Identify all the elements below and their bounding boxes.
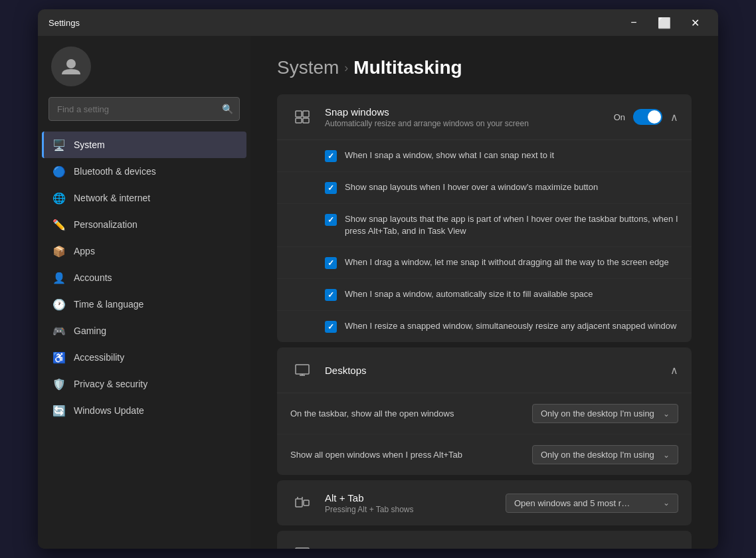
breadcrumb: System › Multitasking: [277, 57, 692, 78]
svg-rect-10: [296, 548, 309, 549]
sidebar-item-bluetooth[interactable]: 🔵 Bluetooth & devices: [42, 158, 246, 185]
checkbox-snap3[interactable]: [325, 214, 337, 226]
minimize-button[interactable]: −: [618, 12, 649, 33]
taskbar-show-dropdown[interactable]: Only on the desktop I'm using ⌄: [532, 404, 678, 423]
svg-point-0: [66, 59, 76, 68]
checkbox-row-snap3: Show snap layouts that the app is part o…: [277, 204, 692, 247]
alt-tab-dropdown-value: Open windows and 5 most recent tabs in M: [514, 498, 634, 508]
alt-tab-windows-dropdown[interactable]: Only on the desktop I'm using ⌄: [532, 445, 678, 464]
checkbox-snap1[interactable]: [325, 150, 337, 162]
title-bar-controls: − ⬜ ✕: [618, 12, 710, 33]
sidebar-item-accounts[interactable]: 👤 Accounts: [42, 264, 246, 291]
taskbar-show-label: On the taskbar, show all the open window…: [290, 409, 532, 418]
desktops-icon: [290, 358, 314, 382]
alt-tab-windows-chevron: ⌄: [663, 450, 670, 460]
snap-windows-controls: On ∧: [614, 109, 678, 125]
alt-tab-windows-row: Show all open windows when I press Alt+T…: [277, 434, 692, 475]
sidebar-item-system[interactable]: 🖥️ System: [42, 132, 246, 158]
snap-chevron-icon: ∧: [670, 111, 678, 124]
desktops-title: Desktops: [325, 365, 670, 376]
snap-toggle[interactable]: [633, 109, 662, 125]
checkbox-label-snap2: Show snap layouts when I hover over a wi…: [345, 181, 598, 193]
sidebar-item-gaming[interactable]: 🎮 Gaming: [42, 318, 246, 344]
alt-tab-windows-value: Only on the desktop I'm using: [541, 450, 654, 460]
svg-rect-1: [296, 111, 302, 117]
nav-label-windows-update: Windows Update: [74, 405, 144, 416]
desktops-header[interactable]: Desktops ∧: [277, 347, 692, 393]
nav-label-network: Network & internet: [74, 193, 150, 203]
sidebar-item-personalization[interactable]: ✏️ Personalization: [42, 211, 246, 238]
title-bar-shake-icon: [290, 541, 314, 549]
svg-rect-8: [296, 499, 302, 507]
alt-tab-title: Alt + Tab: [325, 492, 506, 504]
checkbox-row-snap5: When I snap a window, automatically size…: [277, 279, 692, 311]
nav-label-privacy: Privacy & security: [74, 379, 147, 389]
sidebar-item-windows-update[interactable]: 🔄 Windows Update: [42, 397, 246, 424]
sidebar-item-privacy[interactable]: 🛡️ Privacy & security: [42, 371, 246, 397]
checkbox-label-snap1: When I snap a window, show what I can sn…: [345, 149, 554, 161]
maximize-button[interactable]: ⬜: [649, 12, 680, 33]
content-area: 🔍 🖥️ System 🔵 Bluetooth & devices 🌐 Netw…: [38, 36, 718, 549]
nav-icon-gaming: 🎮: [52, 324, 66, 337]
taskbar-show-value: Only on the desktop I'm using: [541, 409, 654, 418]
search-input[interactable]: [48, 97, 240, 121]
desktops-body: On the taskbar, show all the open window…: [277, 393, 692, 475]
desktops-controls: ∧: [670, 364, 678, 377]
nav-icon-bluetooth: 🔵: [52, 165, 66, 178]
taskbar-show-row: On the taskbar, show all the open window…: [277, 393, 692, 434]
checkbox-label-snap4: When I drag a window, let me snap it wit…: [345, 256, 669, 268]
breadcrumb-parent: System: [277, 57, 339, 78]
alt-tab-dropdown[interactable]: Open windows and 5 most recent tabs in M…: [506, 494, 678, 513]
sidebar-item-accessibility[interactable]: ♿ Accessibility: [42, 344, 246, 371]
sidebar: 🔍 🖥️ System 🔵 Bluetooth & devices 🌐 Netw…: [38, 36, 250, 549]
desktops-text: Desktops: [325, 365, 670, 376]
settings-window: Settings − ⬜ ✕ 🔍 🖥️ Syste: [38, 9, 718, 549]
checkbox-snap6[interactable]: [325, 321, 337, 333]
checkbox-snap4[interactable]: [325, 257, 337, 269]
alt-tab-dropdown-chevron: ⌄: [663, 498, 670, 508]
title-bar-shake-card: Title bar window shake: [277, 531, 692, 549]
breadcrumb-current: Multitasking: [353, 57, 462, 78]
snap-windows-header[interactable]: Snap windows Automatically resize and ar…: [277, 94, 692, 140]
nav-icon-personalization: ✏️: [52, 218, 66, 231]
sidebar-item-time[interactable]: 🕐 Time & language: [42, 291, 246, 318]
checkbox-row-snap6: When I resize a snapped window, simultan…: [277, 311, 692, 342]
sidebar-item-apps[interactable]: 📦 Apps: [42, 238, 246, 264]
alt-tab-row: Alt + Tab Pressing Alt + Tab shows Open …: [277, 480, 692, 525]
breadcrumb-separator: ›: [344, 61, 348, 75]
snap-windows-text: Snap windows Automatically resize and ar…: [325, 106, 614, 128]
nav-icon-system: 🖥️: [52, 138, 66, 151]
nav-icon-time: 🕐: [52, 298, 66, 311]
close-button[interactable]: ✕: [680, 12, 710, 33]
sidebar-item-network[interactable]: 🌐 Network & internet: [42, 185, 246, 211]
nav-label-personalization: Personalization: [74, 219, 138, 230]
search-box: 🔍: [48, 97, 240, 121]
nav-label-gaming: Gaming: [74, 326, 106, 336]
alt-tab-icon: [290, 491, 314, 515]
svg-rect-3: [296, 118, 302, 123]
snap-windows-card: Snap windows Automatically resize and ar…: [277, 94, 692, 342]
nav-icon-apps: 📦: [52, 244, 66, 258]
nav-label-time: Time & language: [74, 299, 143, 310]
snap-windows-icon: [290, 105, 314, 129]
alt-tab-windows-label: Show all open windows when I press Alt+T…: [290, 450, 532, 460]
nav-label-accessibility: Accessibility: [74, 352, 124, 363]
taskbar-dropdown-chevron: ⌄: [663, 409, 670, 418]
nav-label-bluetooth: Bluetooth & devices: [74, 166, 156, 177]
checkbox-snap2[interactable]: [325, 182, 337, 194]
search-icon: 🔍: [222, 104, 233, 114]
snap-windows-body: When I snap a window, show what I can sn…: [277, 140, 692, 342]
main-content: System › Multitasking: [250, 36, 718, 549]
title-bar-title: Settings: [48, 18, 80, 28]
desktops-chevron-icon: ∧: [670, 364, 678, 377]
nav-label-apps: Apps: [74, 246, 95, 256]
title-bar-left: Settings: [46, 18, 80, 28]
alt-tab-subtitle: Pressing Alt + Tab shows: [325, 505, 506, 514]
title-bar-shake-section[interactable]: Title bar window shake: [277, 531, 692, 549]
checkbox-label-snap3: Show snap layouts that the app is part o…: [345, 213, 678, 237]
snap-windows-title: Snap windows: [325, 106, 614, 118]
checkbox-label-snap5: When I snap a window, automatically size…: [345, 288, 593, 300]
svg-rect-5: [296, 365, 309, 374]
nav-icon-privacy: 🛡️: [52, 377, 66, 391]
checkbox-snap5[interactable]: [325, 289, 337, 301]
